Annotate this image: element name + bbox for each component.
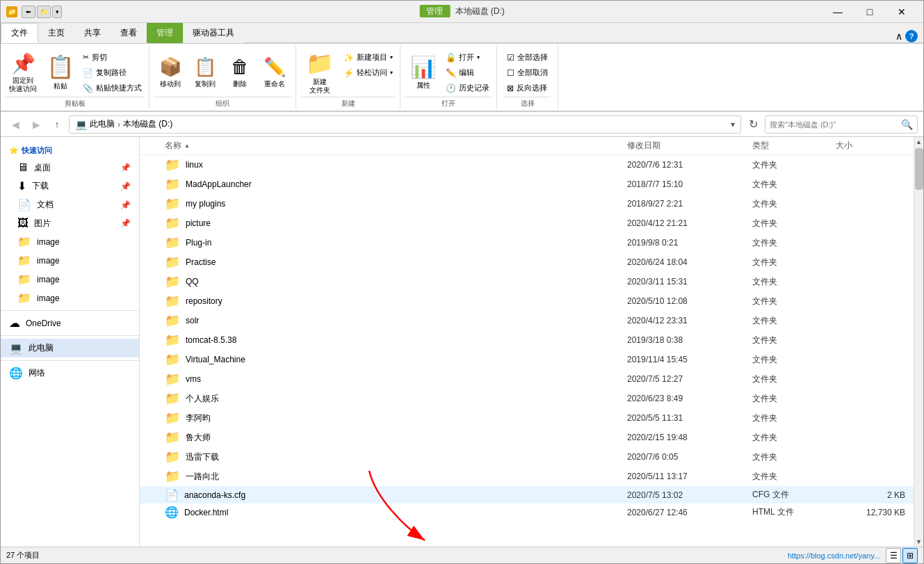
address-separator: › <box>117 120 120 129</box>
open-label: 打开 <box>405 97 492 108</box>
status-bar: 27 个项目 https://blog.csdn.net/yany... ☰ ⊞ <box>1 547 923 563</box>
close-button[interactable]: ✕ <box>886 1 918 23</box>
file-row[interactable]: 📁 QQ 2020/3/11 15:31 文件夹 <box>140 272 914 291</box>
new-folder-button[interactable]: 📁 新建文件夹 <box>300 48 339 97</box>
scrollbar[interactable]: ▲ ▼ <box>914 137 923 547</box>
file-row[interactable]: 📁 李阿昀 2020/5/5 11:31 文件夹 <box>140 408 914 428</box>
pin-to-quick-button[interactable]: 📌 固定到快速访问 <box>5 48 41 97</box>
quick-btn-dropdown[interactable]: ▾ <box>52 6 62 18</box>
header-date[interactable]: 修改日期 <box>627 140 752 152</box>
view-icon-btn[interactable]: ⊞ <box>902 548 918 563</box>
forward-button[interactable]: ▶ <box>27 115 45 134</box>
this-pc-header[interactable]: 💻此电脑 <box>1 339 139 357</box>
select-all-button[interactable]: ☑全部选择 <box>504 51 551 64</box>
sidebar-item-pictures[interactable]: 🖼图片📌 <box>1 214 139 232</box>
ribbon-tabs: 文件 主页 共享 查看 管理 驱动器工具 ∧ ? <box>1 23 923 44</box>
file-row[interactable]: 📁 repository 2020/5/10 12:08 文件夹 <box>140 291 914 311</box>
help-btn[interactable]: ? <box>905 30 918 42</box>
file-row[interactable]: 📁 Plug-in 2019/9/8 0:21 文件夹 <box>140 233 914 252</box>
view-detail-btn[interactable]: ☰ <box>886 548 901 563</box>
new-item-button[interactable]: ✨新建项目▾ <box>341 51 396 64</box>
header-size[interactable]: 大小 <box>836 140 905 152</box>
paste-shortcut-button[interactable]: 📎粘贴快捷方式 <box>80 81 145 95</box>
file-row[interactable]: 📁 个人娱乐 2020/6/23 8:49 文件夹 <box>140 389 914 408</box>
file-row[interactable]: 📁 picture 2020/4/12 21:21 文件夹 <box>140 213 914 233</box>
ribbon-section-organize: 📦 移动到 📋 复制到 🗑 删除 ✏️ 重命名 组织 <box>149 45 296 109</box>
rename-button[interactable]: ✏️ 重命名 <box>258 48 291 97</box>
copy-path-button[interactable]: 📄复制路径 <box>80 66 145 79</box>
collapse-ribbon-btn[interactable]: ∧ <box>895 31 902 42</box>
file-row[interactable]: 📄 anaconda-ks.cfg 2020/7/5 13:02 CFG 文件 … <box>140 486 914 503</box>
sidebar-item-documents[interactable]: 📄文档📌 <box>1 195 139 214</box>
file-row[interactable]: 📁 tomcat-8.5.38 2019/3/18 0:38 文件夹 <box>140 330 914 350</box>
sidebar-item-image-2[interactable]: 📁image <box>1 251 139 270</box>
ribbon: 📌 固定到快速访问 📋 粘贴 ✂剪切 📄复制路径 <box>1 44 923 112</box>
tab-view[interactable]: 查看 <box>111 23 147 43</box>
search-input[interactable] <box>770 120 898 129</box>
quick-access-header[interactable]: ⭐快速访问 <box>1 143 139 159</box>
network-header[interactable]: 🌐网络 <box>1 364 139 382</box>
edit-button[interactable]: ✏️编辑 <box>443 66 492 79</box>
title-bar: 📁 ⬅ 📁 ▾ 管理 本地磁盘 (D:) — □ ✕ <box>1 1 923 23</box>
search-box[interactable]: 🔍 <box>765 115 918 134</box>
file-row[interactable]: 📁 MadAppLauncher 2018/7/7 15:10 文件夹 <box>140 175 914 194</box>
address-dropdown[interactable]: ▾ <box>731 120 735 129</box>
file-list-header: 名称▲ 修改日期 类型 大小 <box>140 137 914 155</box>
quick-btn-2[interactable]: 📁 <box>37 6 51 18</box>
sidebar-item-downloads[interactable]: ⬇下载📌 <box>1 177 139 195</box>
easy-access-button[interactable]: ⚡轻松访问▾ <box>341 66 396 79</box>
file-row[interactable]: 📁 Practise 2020/6/24 18:04 文件夹 <box>140 252 914 272</box>
cut-button[interactable]: ✂剪切 <box>80 51 145 64</box>
tab-share[interactable]: 共享 <box>74 23 111 43</box>
file-row[interactable]: 📁 solr 2020/4/12 23:31 文件夹 <box>140 311 914 330</box>
file-list-area: ▲ 名称▲ 修改日期 类型 大小 📁 linux 2020/7/6 12:31 … <box>140 137 914 547</box>
item-count: 27 个项目 <box>6 550 40 561</box>
move-to-button[interactable]: 📦 移动到 <box>154 48 187 97</box>
sidebar-item-image-3[interactable]: 📁image <box>1 270 139 289</box>
organize-label: 组织 <box>154 97 291 108</box>
file-row[interactable]: 📁 linux 2020/7/6 12:31 文件夹 <box>140 155 914 175</box>
minimize-button[interactable]: — <box>822 1 854 23</box>
onedrive-header[interactable]: ☁OneDrive <box>1 314 139 332</box>
new-label: 新建 <box>300 97 396 108</box>
address-part-2[interactable]: 本地磁盘 (D:) <box>123 118 172 130</box>
sidebar: ⭐快速访问 🖥桌面📌 ⬇下载📌 📄文档📌 🖼图片📌 📁image 📁image <box>1 137 140 547</box>
ribbon-section-open: 📊 属性 🔓打开▾ ✏️编辑 🕐历史记录 打开 <box>400 45 497 109</box>
file-row[interactable]: 📁 vms 2020/7/5 12:27 文件夹 <box>140 369 914 389</box>
properties-button[interactable]: 📊 属性 <box>405 48 441 97</box>
header-name[interactable]: 名称▲ <box>165 140 627 152</box>
delete-button[interactable]: 🗑 删除 <box>223 48 257 97</box>
address-box[interactable]: 💻 此电脑 › 本地磁盘 (D:) ▾ <box>69 115 741 134</box>
refresh-button[interactable]: ↻ <box>744 115 762 134</box>
up-button[interactable]: ↑ <box>48 115 66 134</box>
tab-file[interactable]: 文件 <box>1 23 38 43</box>
open-button[interactable]: 🔓打开▾ <box>443 51 492 64</box>
tab-drive-tools[interactable]: 驱动器工具 <box>183 23 244 43</box>
ribbon-section-clipboard: 📌 固定到快速访问 📋 粘贴 ✂剪切 📄复制路径 <box>1 45 149 109</box>
file-row[interactable]: 🌐 Docker.html 2020/6/27 12:46 HTML 文件 12… <box>140 503 914 521</box>
tab-manage[interactable]: 管理 <box>147 23 183 43</box>
tab-home[interactable]: 主页 <box>38 23 74 43</box>
maximize-button[interactable]: □ <box>854 1 886 23</box>
file-row[interactable]: 📁 Virtual_Machine 2019/11/4 15:45 文件夹 <box>140 350 914 369</box>
quick-btn-1[interactable]: ⬅ <box>22 6 35 18</box>
paste-button[interactable]: 📋 粘贴 <box>42 48 79 97</box>
file-row[interactable]: 📁 一路向北 2020/5/11 13:17 文件夹 <box>140 467 914 486</box>
sidebar-item-image-4[interactable]: 📁image <box>1 289 139 307</box>
address-bar: ◀ ▶ ↑ 💻 此电脑 › 本地磁盘 (D:) ▾ ↻ 🔍 <box>1 112 923 137</box>
file-row[interactable]: 📁 迅雷下载 2020/7/6 0:05 文件夹 <box>140 447 914 467</box>
app-icon: 📁 <box>6 6 17 17</box>
sidebar-item-desktop[interactable]: 🖥桌面📌 <box>1 159 139 177</box>
history-button[interactable]: 🕐历史记录 <box>443 81 492 95</box>
invert-select-button[interactable]: ⊠反向选择 <box>504 81 551 95</box>
file-row[interactable]: 📁 鲁大师 2020/2/15 19:48 文件夹 <box>140 428 914 447</box>
back-button[interactable]: ◀ <box>6 115 24 134</box>
header-type[interactable]: 类型 <box>752 140 836 152</box>
sidebar-item-image-1[interactable]: 📁image <box>1 232 139 251</box>
file-row[interactable]: 📁 my plugins 2018/9/27 2:21 文件夹 <box>140 194 914 213</box>
copy-to-button[interactable]: 📋 复制到 <box>188 48 222 97</box>
title-bar-buttons: ⬅ 📁 ▾ <box>22 6 62 18</box>
search-icon[interactable]: 🔍 <box>901 119 913 130</box>
address-part-1[interactable]: 此电脑 <box>90 118 115 130</box>
deselect-all-button[interactable]: ☐全部取消 <box>504 66 551 79</box>
